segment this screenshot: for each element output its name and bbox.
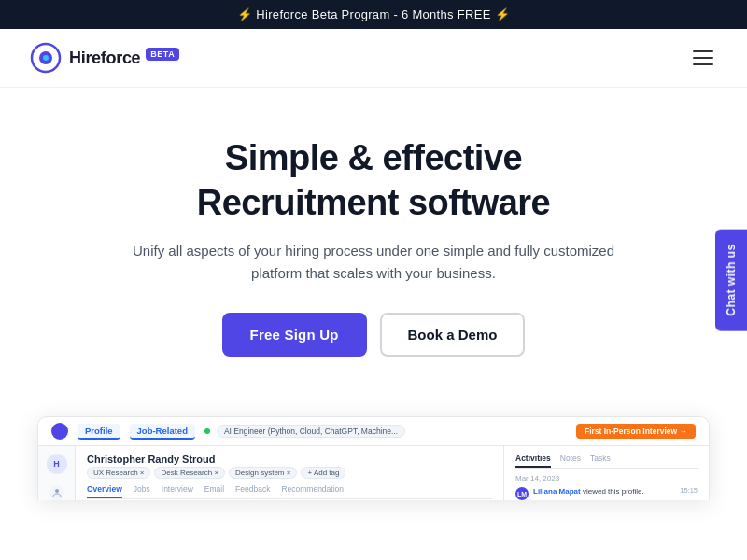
nav-tab-overview: Overview: [87, 484, 122, 498]
tag-add: + Add tag: [301, 467, 345, 479]
chat-widget-button[interactable]: Chat with us: [715, 229, 747, 330]
cta-buttons: Free Sign Up Book a Demo: [56, 313, 691, 357]
right-tab-tasks: Tasks: [590, 454, 611, 468]
book-demo-button[interactable]: Book a Demo: [380, 313, 526, 357]
logo-wordmark: Hireforce: [69, 49, 140, 68]
tag-ux-research: UX Research ×: [87, 467, 150, 479]
preview-topbar: Profile Job-Related AI Engineer (Python,…: [38, 417, 709, 446]
nav-tab-feedback: Feedback: [235, 484, 270, 498]
preview-job-related-tab: Job-Related: [130, 424, 195, 440]
preview-profile-tab: Profile: [78, 424, 120, 440]
preview-job-tag: AI Engineer (Python, Cloud, ChatGPT, Mac…: [217, 425, 405, 438]
preview-main-content: Christopher Randy Stroud UX Research × D…: [76, 446, 503, 500]
svg-point-4: [55, 489, 59, 493]
right-tab-activities: Activities: [515, 454, 551, 468]
activity-action-text: viewed this profile.: [583, 487, 644, 496]
preview-right-panel: Activities Notes Tasks Mar 14, 2023 LM L…: [503, 446, 709, 500]
logo-area[interactable]: Hireforce BETA: [30, 42, 179, 74]
right-panel-tabs: Activities Notes Tasks: [515, 454, 698, 469]
hero-title-line1: Simple & effective: [225, 138, 522, 177]
nav-tab-email: Email: [204, 484, 224, 498]
logo-icon: [30, 42, 62, 74]
top-banner: ⚡ Hireforce Beta Program - 6 Months FREE…: [0, 0, 747, 29]
activity-item: LM Liliana Mapat viewed this profile. 15…: [515, 486, 698, 500]
preview-app-logo: [51, 423, 68, 440]
hero-title-line2: Recruitment software: [197, 183, 551, 222]
activity-timestamp: 15:15: [680, 486, 698, 495]
nav-tab-interview: Interview: [162, 484, 193, 498]
tag-desk-research: Desk Research ×: [154, 467, 225, 479]
svg-point-3: [43, 55, 49, 61]
beta-badge: BETA: [146, 48, 179, 61]
nav-tab-recommendation: Recommendation: [281, 484, 344, 498]
hamburger-line-3: [693, 63, 713, 65]
activity-actor-name: Liliana Mapat: [533, 487, 581, 496]
status-dot: [204, 428, 210, 434]
activity-description: Liliana Mapat viewed this profile.: [533, 486, 644, 497]
hero-title: Simple & effective Recruitment software: [56, 136, 691, 225]
banner-text: ⚡ Hireforce Beta Program - 6 Months FREE…: [237, 7, 510, 21]
candidate-nav-tabs: Overview Jobs Interview Email Feedback R…: [87, 484, 492, 499]
preview-sidebar-icon-1: [49, 485, 64, 500]
tag-design-system: Design system ×: [229, 467, 297, 479]
activity-date: Mar 14, 2023: [515, 474, 698, 483]
hero-subtitle: Unify all aspects of your hiring process…: [112, 240, 635, 285]
activity-avatar: LM: [515, 487, 529, 500]
nav-tab-jobs: Jobs: [134, 484, 150, 498]
navbar: Hireforce BETA: [0, 29, 747, 88]
hamburger-line-2: [693, 57, 713, 59]
free-signup-button[interactable]: Free Sign Up: [222, 313, 367, 357]
right-tab-notes: Notes: [560, 454, 581, 468]
hero-section: Simple & effective Recruitment software …: [0, 88, 747, 416]
preview-sidebar: H: [38, 446, 76, 500]
hamburger-button[interactable]: [689, 47, 717, 69]
preview-tag-area: AI Engineer (Python, Cloud, ChatGPT, Mac…: [204, 425, 405, 438]
app-preview: Profile Job-Related AI Engineer (Python,…: [37, 416, 710, 500]
preview-sidebar-logo: H: [47, 454, 67, 474]
candidate-name: Christopher Randy Stroud: [87, 454, 492, 465]
candidate-role-tags: UX Research × Desk Research × Design sys…: [87, 467, 492, 479]
preview-interview-btn: First In-Person Interview →: [576, 424, 696, 439]
hamburger-line-1: [693, 50, 713, 52]
preview-body: H Christopher Randy Stroud UX Research ×…: [38, 446, 709, 500]
